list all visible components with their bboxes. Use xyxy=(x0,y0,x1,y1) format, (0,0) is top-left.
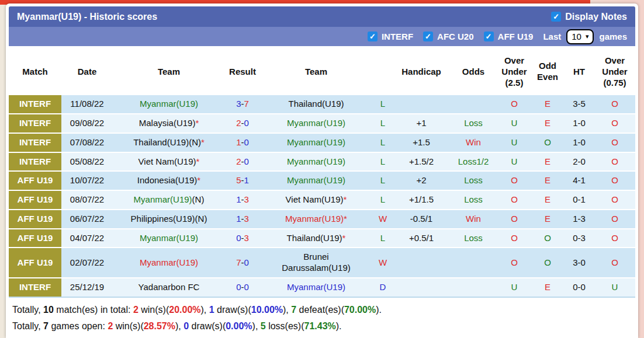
historic-scores-panel: Myanmar(U19) - Historic scores ✓ Display… xyxy=(6,4,638,338)
odd-even: E xyxy=(545,282,550,292)
cell-odds: Loss xyxy=(449,171,497,190)
team-name-text: Viet Nam(U19) xyxy=(139,156,196,166)
team-name[interactable]: Viet Nam(U19)* xyxy=(139,156,200,168)
team-name[interactable]: Myanmar(U19) xyxy=(140,99,198,110)
team-name[interactable]: Thailand(U19)* xyxy=(287,233,346,244)
score-home: 7 xyxy=(236,257,241,267)
cell-over-under-25: O xyxy=(497,190,531,210)
cell-odd-even: E xyxy=(531,114,564,133)
summary-segment: defeat(es)( xyxy=(296,305,344,315)
cell-handicap: +1 xyxy=(393,114,449,133)
cell-ht: 3-5 xyxy=(564,95,594,114)
over-under-075: O xyxy=(611,175,618,185)
column-header: Handicap xyxy=(393,50,449,95)
team-name[interactable]: Indonesia(U19)* xyxy=(137,175,200,186)
cell-ht: 1-0 xyxy=(564,114,594,133)
cell-result: 0-3 xyxy=(225,229,260,248)
cell-over-under-075: O xyxy=(594,190,635,210)
odd-even: O xyxy=(544,137,551,147)
team-name[interactable]: Thailand(U19) xyxy=(288,99,344,110)
team-name[interactable]: Philippines(U19)(N) xyxy=(131,214,207,225)
team-name[interactable]: Myanmar(U19) xyxy=(287,156,345,168)
checkbox-checked-icon: ✓ xyxy=(551,12,561,22)
over-under-25: U xyxy=(511,156,518,166)
filter-checkbox-aff-u19[interactable]: ✓AFF U19 xyxy=(484,32,534,41)
table-row: INTERF25/12/19Yadanarbon FC0-0Myanmar(U1… xyxy=(9,278,635,297)
score-home: 0 xyxy=(236,233,241,243)
cell-result: 2-0 xyxy=(225,114,260,133)
cell-match: AFF U19 xyxy=(9,171,61,190)
team-name[interactable]: Myanmar(U19) xyxy=(287,137,345,148)
cell-ht: 2-0 xyxy=(564,152,594,172)
cell-result: 2-0 xyxy=(225,152,260,172)
cell-result-letter: L xyxy=(372,114,393,133)
team-name-text: Myanmar(U19) xyxy=(140,233,198,243)
cell-over-under-25: O xyxy=(497,248,531,278)
cell-date: 06/07/22 xyxy=(61,210,113,229)
team-name[interactable]: Yadanarbon FC xyxy=(139,282,200,293)
cell-over-under-075: O xyxy=(594,210,635,229)
odd-even: E xyxy=(545,214,550,224)
column-header: Result xyxy=(225,50,260,95)
team-name-text: Myanmar(U19) xyxy=(134,194,192,204)
team-name[interactable]: Brunei Darussalam(U19) xyxy=(269,252,363,274)
column-header: Team xyxy=(113,50,225,95)
result-letter: W xyxy=(379,214,387,224)
cell-odds: Loss xyxy=(449,229,497,248)
over-under-25: O xyxy=(511,175,518,185)
checkbox-checked-icon: ✓ xyxy=(484,32,494,41)
summary-segment: 0.00% xyxy=(226,321,252,331)
team-name[interactable]: Myanmar(U19)* xyxy=(285,214,347,225)
filter-bar: ✓INTERF✓AFC U20✓AFF U19 Last 10 ▾ games xyxy=(9,27,635,46)
team-name[interactable]: Thailand(U19)(N)* xyxy=(133,137,205,148)
cell-odds: Win xyxy=(449,133,497,152)
cell-date: 05/08/22 xyxy=(61,152,113,172)
over-under-25: O xyxy=(511,99,518,109)
team-name-text: Myanmar(U19) xyxy=(287,156,345,166)
cell-team-away: Myanmar(U19)* xyxy=(260,210,372,229)
team-name[interactable]: Viet Nam(U19)* xyxy=(286,194,347,205)
team-name-text: Myanmar(U19) xyxy=(140,257,198,267)
cell-result: 1-3 xyxy=(225,190,260,210)
team-name[interactable]: Myanmar(U19) xyxy=(140,233,198,244)
result-letter: L xyxy=(380,194,385,204)
cell-result: 1-3 xyxy=(225,210,260,229)
filter-checkbox-afc-u20[interactable]: ✓AFC U20 xyxy=(423,32,474,41)
filter-checkbox-interf[interactable]: ✓INTERF xyxy=(368,32,413,41)
over-under-075: O xyxy=(611,118,618,128)
summary-segment: ), xyxy=(175,321,183,331)
summary-segment: match(es) in total: xyxy=(54,305,133,315)
cell-odds xyxy=(449,278,497,297)
team-name[interactable]: Myanmar(U19) xyxy=(140,257,198,269)
cell-result-letter: L xyxy=(372,229,393,248)
cell-over-under-075: O xyxy=(594,152,635,172)
team-name-text: Indonesia(U19) xyxy=(137,175,198,185)
team-name[interactable]: Myanmar(U19)(N) xyxy=(134,194,205,205)
column-header: Over Under (0.75) xyxy=(594,50,635,95)
table-row: INTERF11/08/22Myanmar(U19)3-7Thailand(U1… xyxy=(9,95,635,114)
team-name[interactable]: Malaysia(U19)* xyxy=(139,118,199,129)
result-letter: L xyxy=(380,156,385,166)
column-header: Odds xyxy=(449,50,497,95)
filter-label: AFC U20 xyxy=(437,32,474,41)
cell-date: 25/12/19 xyxy=(61,278,113,297)
over-under-075: O xyxy=(611,156,618,166)
team-name[interactable]: Myanmar(U19) xyxy=(287,175,345,186)
column-header: Date xyxy=(61,50,113,95)
result-letter: W xyxy=(379,257,387,267)
team-suffix: (N) xyxy=(192,194,205,204)
team-name[interactable]: Myanmar(U19) xyxy=(287,118,345,129)
cell-over-under-075: O xyxy=(594,114,635,133)
cell-date: 07/08/22 xyxy=(61,133,113,152)
column-header: Team xyxy=(260,50,372,95)
last-games-select[interactable]: 10 ▾ xyxy=(566,29,594,44)
odd-even: E xyxy=(545,118,550,128)
cell-match: AFF U19 xyxy=(9,190,61,210)
display-notes-toggle[interactable]: ✓ Display Notes xyxy=(551,12,627,22)
team-name-text: Thailand(U19)(N) xyxy=(133,137,201,147)
team-name[interactable]: Myanmar(U19) xyxy=(287,282,345,293)
over-under-075: O xyxy=(611,99,618,109)
cell-team-home: Viet Nam(U19)* xyxy=(113,152,225,172)
cell-team-away: Myanmar(U19) xyxy=(260,152,372,172)
score-away: 0 xyxy=(244,257,249,267)
